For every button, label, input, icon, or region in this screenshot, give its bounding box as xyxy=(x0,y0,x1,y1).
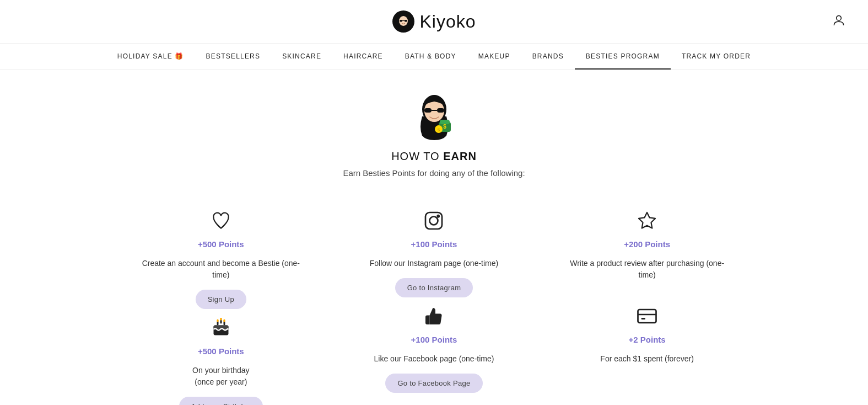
nav-item-holiday-sale[interactable]: HOLIDAY SALE 🎁 xyxy=(106,44,195,69)
facebook-like-desc: Like our Facebook page (one-time) xyxy=(374,353,494,365)
svg-rect-33 xyxy=(641,318,646,319)
hero-subtitle: Earn Besties Points for doing any of the… xyxy=(115,168,754,178)
main-nav: HOLIDAY SALE 🎁 BESTSELLERS SKINCARE HAIR… xyxy=(0,44,868,70)
svg-point-29 xyxy=(438,215,440,217)
cake-desc: On your birthday(once per year) xyxy=(192,365,250,388)
svg-rect-27 xyxy=(425,212,442,229)
add-birthday-button[interactable]: Add your Birthday xyxy=(179,397,263,405)
card-column-center: +100 Points Follow our Instagram page (o… xyxy=(327,200,541,405)
svg-point-28 xyxy=(430,217,438,225)
svg-rect-31 xyxy=(638,310,656,323)
nav-item-track-order[interactable]: TRACK MY ORDER xyxy=(671,44,762,69)
logo-text: Kiyoko xyxy=(419,12,476,32)
svg-rect-11 xyxy=(424,108,432,113)
creditcard-icon xyxy=(637,306,657,326)
svg-point-22 xyxy=(217,319,219,322)
instagram-desc: Follow our Instagram page (one-time) xyxy=(370,258,498,269)
thumbsup-icon xyxy=(424,306,444,326)
nav-item-brands[interactable]: BRANDS xyxy=(521,44,575,69)
user-icon[interactable] xyxy=(832,13,846,30)
instagram-points: +100 Points xyxy=(411,239,457,249)
earn-cards-grid: +500 Points Create an account and become… xyxy=(115,200,754,405)
svg-rect-12 xyxy=(437,108,444,113)
sign-up-button[interactable]: Sign Up xyxy=(196,290,246,309)
svg-text:$: $ xyxy=(437,127,440,132)
main-content: $ $ HOW TO EARN Earn Besties Points for … xyxy=(104,70,765,405)
card-column-left: +500 Points Create an account and become… xyxy=(115,200,328,405)
heart-points: +500 Points xyxy=(198,239,244,249)
header: Kiyoko xyxy=(0,0,868,44)
svg-point-24 xyxy=(223,319,225,322)
svg-marker-30 xyxy=(639,212,655,228)
review-desc: Write a product review after purchasing … xyxy=(563,258,732,281)
review-points: +200 Points xyxy=(624,239,670,249)
logo[interactable]: Kiyoko xyxy=(392,10,476,33)
nav-item-bath-body[interactable]: BATH & BODY xyxy=(394,44,467,69)
cake-icon xyxy=(211,318,231,338)
hero-section: $ $ HOW TO EARN Earn Besties Points for … xyxy=(115,86,754,178)
go-to-instagram-button[interactable]: Go to Instagram xyxy=(395,278,473,297)
heart-desc: Create an account and become a Bestie (o… xyxy=(137,258,306,281)
hero-title: HOW TO EARN xyxy=(115,150,754,163)
cake-points: +500 Points xyxy=(198,347,244,356)
logo-icon xyxy=(392,10,415,33)
svg-rect-4 xyxy=(400,20,402,22)
svg-text:$: $ xyxy=(443,124,446,130)
nav-item-besties-program[interactable]: BESTIES PROGRAM xyxy=(575,44,671,69)
spend-points: +2 Points xyxy=(629,335,666,344)
facebook-like-points: +100 Points xyxy=(411,335,457,344)
nav-item-bestsellers[interactable]: BESTSELLERS xyxy=(195,44,272,69)
instagram-icon xyxy=(424,211,444,231)
svg-rect-5 xyxy=(405,20,407,22)
go-to-facebook-button[interactable]: Go to Facebook Page xyxy=(385,374,482,393)
heart-icon xyxy=(211,211,231,231)
card-column-right: +200 Points Write a product review after… xyxy=(541,200,754,405)
star-icon xyxy=(637,211,657,231)
hero-mascot: $ $ xyxy=(407,86,462,141)
nav-item-makeup[interactable]: MAKEUP xyxy=(467,44,521,69)
nav-item-skincare[interactable]: SKINCARE xyxy=(271,44,332,69)
nav-item-haircare[interactable]: HAIRCARE xyxy=(332,44,394,69)
svg-point-7 xyxy=(837,15,842,20)
spend-desc: For each $1 spent (forever) xyxy=(600,353,694,365)
